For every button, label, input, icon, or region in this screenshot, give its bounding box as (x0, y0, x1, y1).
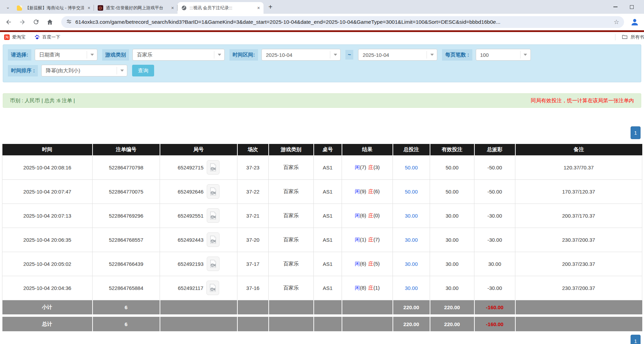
cell-time: 2025-10-04 20:05:02 (2, 252, 93, 276)
cell-session: 37-23 (237, 155, 269, 179)
back-icon[interactable] (4, 18, 13, 27)
total-bet-link[interactable]: 50.00 (405, 165, 418, 170)
total-bet-link[interactable]: 30.00 (405, 261, 418, 267)
date-start-value: 2025-10-04 (266, 52, 292, 58)
cell-empty (269, 300, 314, 314)
bookmark-taobao[interactable]: 淘 爱淘宝 (4, 34, 25, 40)
tab-haiyan-forum[interactable]: 【新提醒】海燕论坛 - 博学交流 × (13, 2, 94, 14)
video-replay-button[interactable] (207, 232, 219, 247)
cell-round-id: 652492193 (160, 252, 237, 276)
col-bet-id: 注单编号 (93, 144, 160, 155)
cell-valid-bet: 50.00 (430, 155, 474, 179)
forward-icon[interactable] (18, 18, 27, 27)
date-end-select[interactable]: 2025-10-04 (358, 49, 437, 61)
cell-total-bet: 30.00 (393, 276, 430, 300)
total-payout: -160.00 (474, 317, 515, 331)
minimize-icon[interactable] (613, 7, 618, 7)
cell-empty (342, 300, 393, 314)
cell-result: 闲(9)庄(6) (342, 179, 393, 204)
cell-empty (237, 317, 269, 331)
round-id-text: 652492117 (178, 285, 203, 291)
total-bet-link[interactable]: 30.00 (405, 213, 418, 219)
cell-empty (269, 317, 314, 331)
search-button[interactable]: 查询 (132, 65, 154, 76)
cell-result: 闲(7)庄(3) (342, 155, 393, 179)
total-bet-link[interactable]: 30.00 (405, 237, 418, 243)
total-bet-link[interactable]: 30.00 (405, 285, 418, 291)
query-type-value: 日期查询 (39, 52, 60, 58)
new-tab-button[interactable]: + (266, 2, 275, 12)
profile-avatar-icon[interactable] (630, 17, 640, 27)
col-time: 时间 (2, 144, 93, 155)
cell-result: 闲(6)庄(0) (342, 204, 393, 228)
per-page-select[interactable]: 100 (476, 49, 531, 61)
bet-records-table: 时间 注单编号 局号 场次 游戏类别 桌号 结果 总投注 有效投注 总派彩 备注… (2, 144, 642, 331)
site-settings-icon[interactable] (66, 19, 72, 26)
round-id-text: 652492193 (178, 261, 203, 267)
summary-bar: 币别 : 人民币 | 总共 :6 注单 | 同局有效投注，统一计算在该局第一张注… (3, 93, 641, 108)
video-replay-button[interactable] (207, 208, 219, 223)
reload-icon[interactable] (32, 18, 41, 27)
date-start-select[interactable]: 2025-10-04 (261, 49, 341, 61)
url-bar[interactable]: 614oxkc3.com/game/betrecord_search/kind3… (61, 16, 624, 28)
home-icon[interactable] (45, 18, 54, 27)
video-replay-button[interactable] (207, 160, 219, 175)
video-replay-button[interactable] (206, 281, 219, 295)
sort-select[interactable]: 降幂(由大到小) (41, 65, 127, 76)
baidu-paw-icon (34, 34, 40, 41)
cell-result: 闲(8)庄(1) (342, 276, 393, 300)
cell-session: 37-22 (237, 179, 269, 204)
cell-game-type: 百家乐 (269, 252, 314, 276)
cell-game-type: 百家乐 (269, 179, 314, 204)
tab-title: 【新提醒】海燕论坛 - 博学交流 (25, 5, 84, 11)
page-1-button[interactable]: 1 (631, 335, 641, 344)
all-bookmarks-label: 所有书 (631, 34, 644, 40)
cell-session: 37-17 (237, 252, 269, 276)
query-type-select[interactable]: 日期查询 (35, 49, 97, 61)
banker-result: 庄 (368, 285, 374, 291)
video-replay-button[interactable] (207, 184, 219, 199)
col-session: 场次 (237, 144, 269, 155)
folder-icon (622, 34, 628, 41)
subtotal-label: 小计 (2, 300, 93, 314)
total-total-bet: 220.00 (393, 317, 430, 331)
col-valid-bet: 有效投注 (430, 144, 474, 155)
cell-bet-id: 522864768557 (93, 228, 160, 252)
cell-total-bet: 30.00 (393, 228, 430, 252)
total-bet-link[interactable]: 50.00 (405, 189, 418, 195)
close-tab-icon[interactable]: × (86, 5, 92, 11)
select-type-label: 请选择: (8, 49, 31, 61)
tab-tongbao[interactable]: 通宝-信誉最好的网上游戏平台 × (94, 2, 178, 14)
date-range-label: 时间区间: (229, 49, 258, 61)
chevron-down-icon (520, 51, 530, 59)
bookmark-star-icon[interactable]: ☆ (614, 18, 619, 26)
cell-time: 2025-10-04 20:07:13 (2, 204, 93, 228)
video-replay-button[interactable] (207, 257, 219, 271)
cell-note: 200.37/230.37 (515, 252, 642, 276)
table-row: 2025-10-04 20:05:02 522864766439 6524921… (2, 252, 642, 276)
browser-window: ⌄ 【新提醒】海燕论坛 - 博学交流 × 通宝-信誉最好的网上游戏平台 × ::… (0, 0, 644, 344)
cell-payout: -30.00 (474, 204, 515, 228)
close-tab-icon[interactable]: × (170, 5, 175, 11)
total-count: 6 (93, 317, 160, 331)
table-header-row: 时间 注单编号 局号 场次 游戏类别 桌号 结果 总投注 有效投注 总派彩 备注 (2, 144, 642, 155)
tab-search-chevron-icon[interactable]: ⌄ (3, 2, 12, 11)
chevron-down-icon (214, 51, 224, 59)
player-result: 闲 (355, 212, 360, 218)
page-1-button[interactable]: 1 (631, 126, 641, 139)
cell-time: 2025-10-04 20:04:36 (2, 276, 93, 300)
cell-session: 37-21 (237, 204, 269, 228)
tab-bet-records-active[interactable]: :::视讯 会员下注纪录::: × (178, 2, 264, 14)
bookmark-baidu[interactable]: 百度一下 (34, 34, 60, 41)
cell-note: 170.37/120.37 (515, 179, 642, 204)
all-bookmarks[interactable]: 所有书 (615, 32, 644, 42)
cell-empty (160, 300, 237, 314)
chevron-down-icon (427, 51, 437, 59)
cell-bet-id: 522864766439 (93, 252, 160, 276)
col-game-type: 游戏类别 (269, 144, 314, 155)
total-valid-bet: 220.00 (430, 317, 474, 331)
game-type-select[interactable]: 百家乐 (132, 49, 225, 61)
toolbar: 614oxkc3.com/game/betrecord_search/kind3… (0, 14, 644, 30)
maximize-icon[interactable] (630, 5, 634, 9)
close-tab-icon[interactable]: × (256, 5, 261, 11)
